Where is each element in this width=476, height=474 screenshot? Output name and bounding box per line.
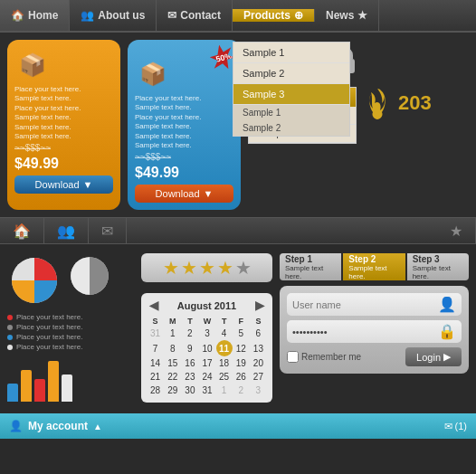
remember-checkbox[interactable]: [287, 351, 299, 363]
password-input[interactable]: [292, 327, 433, 337]
cal-day[interactable]: 2: [181, 327, 198, 340]
bar-chart: [7, 356, 134, 402]
cal-day[interactable]: 1: [164, 327, 181, 340]
download-button-2[interactable]: Download ▼: [135, 185, 233, 203]
nav-products[interactable]: Products ⊕: [233, 9, 315, 22]
bar-1: [7, 384, 18, 402]
users-icon: 👥: [81, 9, 94, 22]
dropdown-item-3[interactable]: Sample 3: [233, 84, 349, 105]
cal-day[interactable]: 8: [164, 340, 181, 356]
flame-icon: [364, 87, 391, 119]
download-arrow-1: ▼: [83, 179, 93, 190]
calendar-month: August 2011: [177, 300, 236, 311]
cal-day[interactable]: 26: [233, 370, 250, 384]
nav-products-label: Products: [243, 9, 290, 22]
cal-day[interactable]: 29: [164, 384, 181, 397]
bar-3: [34, 379, 45, 402]
cal-day[interactable]: 3: [250, 384, 267, 397]
star-1[interactable]: ★: [163, 257, 179, 279]
cal-day[interactable]: 17: [198, 356, 215, 370]
remember-me-label[interactable]: Remember me: [287, 351, 361, 363]
username-input[interactable]: [292, 299, 433, 310]
cal-day[interactable]: 16: [181, 356, 198, 370]
nav-contact[interactable]: ✉ Contact: [157, 0, 233, 31]
legend-4: Place your text here.: [7, 343, 134, 351]
product-icon-2: 📦: [135, 56, 171, 92]
cal-day[interactable]: 22: [164, 370, 181, 384]
dropdown-item-2[interactable]: Sample 2: [233, 63, 349, 84]
cal-day[interactable]: 11: [216, 340, 233, 356]
products-count-badge: 203: [398, 91, 432, 115]
mid-nav-star[interactable]: ★: [437, 218, 476, 243]
cal-day[interactable]: 18: [216, 356, 233, 370]
legend-3: Place your text here.: [7, 333, 134, 341]
cal-day[interactable]: 15: [164, 356, 181, 370]
cal-day[interactable]: 9: [181, 340, 198, 356]
cal-next[interactable]: ▶: [252, 299, 267, 312]
mid-nav-home[interactable]: 🏠: [0, 218, 44, 243]
cal-day[interactable]: 23: [181, 370, 198, 384]
login-button[interactable]: Login ▶: [405, 347, 462, 366]
nav-news[interactable]: News ★: [315, 0, 379, 31]
pie-chart-2: [67, 253, 112, 299]
nav-contact-label: Contact: [180, 9, 221, 22]
cal-day[interactable]: 3: [198, 327, 215, 340]
star-5[interactable]: ★: [235, 257, 252, 279]
cal-day[interactable]: 21: [147, 370, 164, 384]
cal-day[interactable]: 7: [147, 340, 164, 356]
login-form: 👤 🔒 Remember me Login ▶: [280, 286, 469, 374]
cal-day[interactable]: 19: [233, 356, 250, 370]
download-button-1[interactable]: Download ▼: [14, 175, 113, 194]
cal-day[interactable]: 13: [250, 340, 267, 356]
download-label-2: Download: [156, 188, 200, 199]
cal-day[interactable]: 24: [198, 370, 215, 384]
mail-icon: ✉: [167, 9, 176, 22]
dropdown-sub-1[interactable]: Sample 1: [233, 105, 349, 120]
cal-header-w: W: [198, 316, 215, 327]
cal-day[interactable]: 5: [233, 327, 250, 340]
mid-nav-mail[interactable]: ✉: [89, 218, 127, 243]
nav-home[interactable]: 🏠 Home: [0, 0, 70, 31]
cal-day[interactable]: 30: [181, 384, 198, 397]
mid-nav-users[interactable]: 👥: [44, 218, 89, 243]
nav-products-container: Products ⊕ Sample 1 Sample 2 Sample 3 Sa…: [233, 9, 315, 22]
lock-login-icon: 🔒: [438, 323, 456, 340]
login-bottom: Remember me Login ▶: [287, 347, 462, 366]
card2-price: $49.99: [135, 165, 233, 181]
dropdown-item-1[interactable]: Sample 1: [233, 43, 349, 63]
cal-day[interactable]: 31: [147, 327, 164, 340]
star-4[interactable]: ★: [217, 257, 233, 279]
home-icon: 🏠: [11, 9, 24, 22]
step-2: Step 2 Sample text here.: [343, 253, 405, 280]
bottom-bar: 👤 My account ▲ ✉ (1): [0, 413, 476, 439]
cal-prev[interactable]: ◀: [147, 299, 161, 312]
card1-text: Place your text here.Sample text here.Pl…: [14, 85, 113, 141]
cal-day[interactable]: 10: [198, 340, 215, 356]
cal-day[interactable]: 1: [216, 384, 233, 397]
cal-day[interactable]: 14: [147, 356, 164, 370]
legend-1: Place your text here.: [7, 313, 134, 321]
cal-day[interactable]: 6: [250, 327, 267, 340]
nav-about[interactable]: 👥 About us: [70, 0, 157, 31]
card2-text: Place your text here.Sample text here.Pl…: [135, 94, 233, 150]
pie-chart-1: [7, 253, 62, 308]
stars-widget[interactable]: ★ ★ ★ ★ ★: [141, 253, 272, 282]
cal-day[interactable]: 25: [216, 370, 233, 384]
message-badge[interactable]: ✉ (1): [444, 421, 468, 432]
steps-bar: Step 1 Sample text here. Step 2 Sample t…: [280, 253, 469, 280]
cal-day[interactable]: 12: [233, 340, 250, 356]
bottom-bar-left: 👤 My account ▲: [9, 420, 102, 432]
cal-day[interactable]: 28: [147, 384, 164, 397]
bottom-bar-arrow: ▲: [93, 422, 102, 431]
cal-day[interactable]: 4: [216, 327, 233, 340]
cal-day[interactable]: 2: [233, 384, 250, 397]
cal-day[interactable]: 27: [250, 370, 267, 384]
product-card-2: -50% 📦 Place your text here.Sample text …: [128, 40, 241, 210]
right-section: Step 1 Sample text here. Step 2 Sample t…: [280, 253, 469, 374]
pie-charts: [7, 253, 134, 308]
cal-day[interactable]: 20: [250, 356, 267, 370]
star-2[interactable]: ★: [181, 257, 197, 279]
dropdown-sub-2[interactable]: Sample 2: [233, 120, 349, 136]
cal-day[interactable]: 31: [198, 384, 215, 397]
star-3[interactable]: ★: [199, 257, 215, 279]
